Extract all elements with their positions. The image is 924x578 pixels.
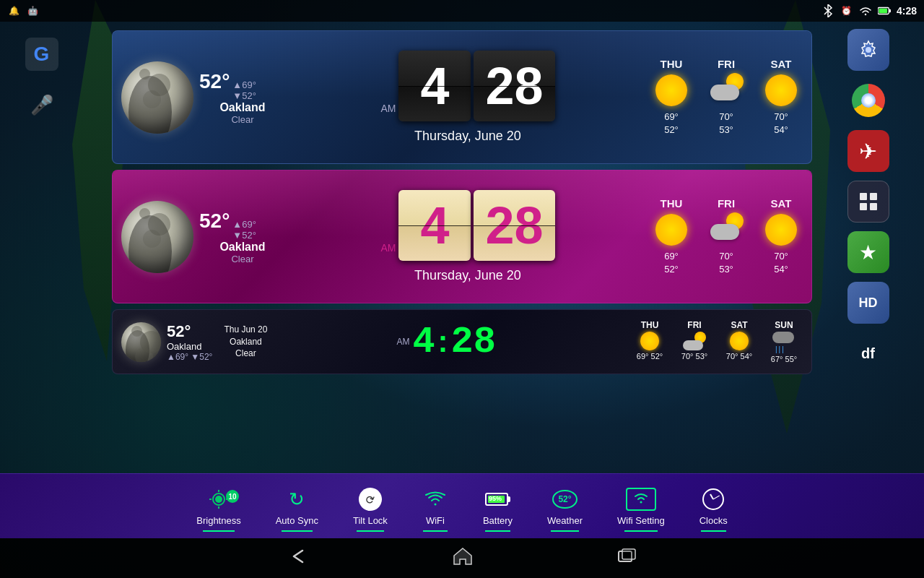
temps-sat-1: 70°54° bbox=[774, 111, 788, 137]
w3-day-name-sun: SUN bbox=[775, 320, 793, 330]
date-line2-3: Oakland bbox=[224, 336, 267, 348]
status-bar-right: ⏰ 4:28 bbox=[821, 4, 917, 17]
right-sidebar: ✈ ★ HD df bbox=[812, 22, 924, 538]
plane-app-icon[interactable]: ✈ bbox=[847, 130, 889, 172]
temps-fri-2: 70°53° bbox=[719, 250, 733, 276]
wifi-setting-icon bbox=[628, 486, 654, 512]
forecast-day-fri-1: FRI 70°53° bbox=[705, 58, 748, 137]
temp-high-1: ▲69° bbox=[232, 79, 256, 90]
weather-badge: 52° bbox=[552, 490, 577, 509]
sun-icon-thu-2 bbox=[655, 214, 687, 246]
widget-magenta: 52° ▲69° ▼52° Oakland Clear AM 4 28 Thur… bbox=[112, 170, 812, 303]
w3-sun-sat bbox=[730, 332, 749, 350]
temp-3: 52° bbox=[167, 322, 212, 341]
day-name-thu-1: THU bbox=[661, 58, 683, 70]
forecast-day-sat-1: SAT 70°54° bbox=[759, 58, 803, 137]
wifi-quick-icon bbox=[422, 486, 448, 512]
quick-item-clocks[interactable]: Clocks bbox=[682, 480, 745, 532]
weather-info-3: 52° Oakland ▲69° ▼52° bbox=[167, 322, 212, 362]
clock-min-hand bbox=[713, 496, 720, 500]
svg-rect-15 bbox=[622, 549, 635, 559]
weather-left-1: 52° ▲69° ▼52° Oakland Clear bbox=[199, 70, 286, 125]
forecast-day-thu-1: THU 69°52° bbox=[650, 58, 693, 137]
star-app-icon[interactable]: ★ bbox=[847, 231, 889, 273]
star-icon: ★ bbox=[859, 241, 877, 264]
weather-icon-fri-2 bbox=[709, 212, 744, 247]
am-label-1: AM bbox=[380, 103, 396, 114]
day-name-sat-2: SAT bbox=[771, 197, 792, 210]
google-button[interactable]: G bbox=[24, 36, 60, 72]
quick-item-wifi-setting[interactable]: Wifi Setting bbox=[600, 480, 682, 532]
battery-status-icon bbox=[878, 4, 891, 17]
clocks-icon bbox=[700, 486, 726, 512]
moon-widget2 bbox=[121, 201, 193, 273]
flip-clock-2: AM 4 28 Thursday, June 20 bbox=[295, 190, 641, 283]
day-name-fri-2: FRI bbox=[718, 197, 735, 210]
plane-icon: ✈ bbox=[859, 139, 877, 164]
tilt-lock-label: Tilt Lock bbox=[353, 515, 388, 526]
day-name-fri-1: FRI bbox=[718, 58, 735, 70]
weather-icon-sat-2 bbox=[764, 212, 798, 247]
temps-fri-1: 70°53° bbox=[719, 111, 733, 137]
forecast-3: THU 69° 52° FRI 70° 53° SAT 70° 54° SUN bbox=[631, 320, 803, 363]
quick-item-tilt-lock[interactable]: ⟳ Tilt Lock bbox=[336, 480, 405, 532]
quick-item-battery[interactable]: 95% Battery bbox=[466, 480, 530, 532]
df-icon: df bbox=[861, 345, 875, 362]
wifi-status-icon bbox=[859, 4, 872, 17]
svg-rect-6 bbox=[860, 203, 867, 210]
w3-day-fri: FRI 70° 53° bbox=[676, 320, 713, 363]
w3-rain-drops: ||| bbox=[775, 345, 785, 353]
chrome-app-icon[interactable] bbox=[847, 79, 889, 121]
w3-day-sat: SAT 70° 54° bbox=[720, 320, 758, 363]
nav-bar bbox=[0, 538, 924, 578]
brightness-icon-wrap: 10 bbox=[206, 486, 232, 512]
temp-low-1: ▼52° bbox=[232, 90, 256, 101]
flip-min-2: 28 bbox=[474, 190, 554, 261]
date-line3-3: Clear bbox=[224, 348, 267, 360]
cloud-body-fri-2 bbox=[710, 224, 739, 240]
temp-main-2: 52° bbox=[199, 210, 230, 233]
quick-item-wifi[interactable]: WiFi bbox=[405, 480, 466, 532]
weather-left-2: 52° ▲69° ▼52° Oakland Clear bbox=[199, 210, 286, 264]
w3-cloud-body-s bbox=[683, 340, 703, 350]
mic-button[interactable]: 🎤 bbox=[24, 87, 60, 123]
svg-point-9 bbox=[215, 496, 222, 503]
quick-item-auto-sync[interactable]: ↻ Auto Sync bbox=[258, 480, 336, 532]
brightness-label: Brightness bbox=[196, 515, 240, 526]
range-3: ▲69° ▼52° bbox=[167, 352, 212, 362]
forecast-2: THU 69°52° FRI 70°53° SAT bbox=[650, 197, 803, 276]
home-button[interactable] bbox=[453, 547, 473, 570]
settings-app-icon[interactable] bbox=[847, 29, 889, 71]
weather-icon-thu-2 bbox=[654, 212, 689, 247]
mic-icon: 🎤 bbox=[27, 90, 56, 119]
w3-day-sun: SUN ||| 67° 55° bbox=[765, 320, 803, 363]
colon-3: : bbox=[438, 324, 448, 359]
moon-image-2 bbox=[121, 201, 193, 273]
w3-temps-sat: 70° 54° bbox=[726, 352, 752, 361]
quick-item-weather[interactable]: 52° Weather bbox=[530, 480, 600, 532]
hd-app-icon[interactable]: HD bbox=[847, 282, 889, 324]
temp-main-1: 52° bbox=[199, 70, 230, 93]
df-app-icon[interactable]: df bbox=[847, 332, 889, 374]
clock-face bbox=[702, 488, 724, 510]
grid-app-icon[interactable] bbox=[847, 181, 889, 223]
main-content: 52° ▲69° ▼52° Oakland Clear AM 4 28 Thur… bbox=[112, 22, 812, 538]
quick-items-list: 10 Brightness ↻ Auto Sync ⟳ Tilt Lock bbox=[179, 480, 744, 532]
temps-thu-2: 69°52° bbox=[664, 250, 679, 276]
recents-button[interactable] bbox=[617, 548, 636, 569]
widget-dark: 52° Oakland ▲69° ▼52° Thu Jun 20 Oakland… bbox=[112, 309, 812, 374]
back-button[interactable] bbox=[288, 548, 308, 569]
sun-icon-thu-1 bbox=[655, 74, 687, 106]
svg-rect-7 bbox=[870, 203, 877, 210]
w3-cloudy-fri bbox=[681, 332, 707, 350]
cloudy-icon-fri-1 bbox=[709, 73, 744, 100]
android-icon: 🤖 bbox=[26, 4, 39, 17]
flip-digits-2: AM 4 28 bbox=[380, 190, 554, 261]
flip-clock-1: AM 4 28 Thursday, June 20 bbox=[295, 51, 641, 144]
weather-label: Weather bbox=[547, 515, 583, 526]
flip-hour-2: 4 bbox=[398, 190, 471, 261]
city-3: Oakland bbox=[167, 341, 212, 352]
quick-item-brightness[interactable]: 10 Brightness bbox=[179, 480, 258, 532]
clocks-label: Clocks bbox=[699, 515, 728, 526]
svg-rect-2 bbox=[889, 9, 891, 13]
